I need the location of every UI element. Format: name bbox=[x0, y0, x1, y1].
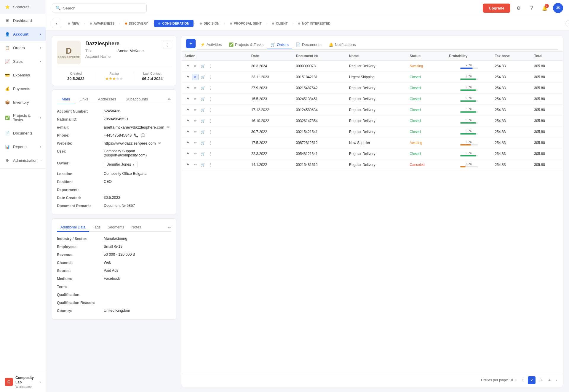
back-button[interactable]: ‹ bbox=[52, 19, 61, 28]
help-icon[interactable]: ? bbox=[527, 3, 536, 13]
page-2-button[interactable]: 2 bbox=[528, 376, 536, 384]
more-icon[interactable]: ⋮ bbox=[207, 161, 214, 168]
chat-icon[interactable]: 💬 bbox=[141, 133, 145, 137]
sidebar-item-sales[interactable]: 📈 Sales › bbox=[0, 55, 46, 68]
email-icon[interactable]: ✉ bbox=[167, 125, 170, 129]
flag-icon[interactable]: ⚑ bbox=[184, 85, 191, 91]
email-icon[interactable]: ✉ bbox=[158, 141, 161, 145]
account-menu-button[interactable]: ⋮ bbox=[163, 41, 171, 49]
flag-icon[interactable]: ⚑ bbox=[184, 96, 191, 102]
flag-icon[interactable]: ⚑ bbox=[184, 118, 191, 124]
upgrade-button[interactable]: Upgrade bbox=[483, 4, 510, 13]
more-icon[interactable]: ⋮ bbox=[207, 63, 214, 69]
pipeline-stage-consideration[interactable]: CONSIDERATION bbox=[154, 20, 193, 27]
edit-icon[interactable]: ✏ bbox=[192, 118, 199, 124]
cart-icon[interactable]: 🛒 bbox=[200, 151, 206, 157]
owner-select[interactable]: Jennifer Jones▾ bbox=[104, 161, 138, 168]
flag-icon[interactable]: ⚑ bbox=[184, 74, 191, 80]
edit-icon[interactable]: ✏ bbox=[192, 96, 199, 102]
sidebar-item-account[interactable]: 👤 Account › bbox=[0, 27, 46, 41]
search-box[interactable]: 🔍 bbox=[52, 4, 147, 12]
more-icon[interactable]: ⋮ bbox=[207, 140, 214, 146]
additional-tab-notes[interactable]: Notes bbox=[128, 223, 145, 232]
additional-tab-additional[interactable]: Additional Data bbox=[57, 223, 89, 232]
cart-icon[interactable]: 🛒 bbox=[200, 107, 206, 113]
main-tab-links[interactable]: Links bbox=[75, 95, 93, 104]
main-tab-addresses[interactable]: Addresses bbox=[93, 95, 121, 104]
sidebar-item-projects[interactable]: ✅ Projects & Tasks › bbox=[0, 109, 46, 126]
more-icon[interactable]: ⋮ bbox=[207, 96, 214, 102]
sidebar-item-expenses[interactable]: 💳 Expenses bbox=[0, 68, 46, 82]
edit-icon[interactable]: ✏ bbox=[192, 74, 199, 80]
right-tab-projects[interactable]: ✅Projects & Tasks bbox=[225, 41, 267, 49]
flag-icon[interactable]: ⚑ bbox=[184, 140, 191, 146]
right-tab-notifications[interactable]: 🔔Notifications bbox=[325, 41, 359, 49]
notifications-icon[interactable]: 🔔 3 bbox=[540, 3, 549, 13]
pipeline-stage-discovery[interactable]: DISCOVERY bbox=[121, 20, 152, 27]
edit-icon[interactable]: ✏ bbox=[192, 129, 199, 135]
cart-icon[interactable]: 🛒 bbox=[200, 118, 206, 124]
flag-icon[interactable]: ⚑ bbox=[184, 161, 191, 168]
more-icon[interactable]: ⋮ bbox=[207, 118, 214, 124]
pipeline-stage-decision[interactable]: DECISION bbox=[196, 20, 223, 27]
date-cell: 17.12.2022 bbox=[248, 105, 293, 116]
search-input[interactable] bbox=[63, 6, 143, 10]
page-1-button[interactable]: 1 bbox=[519, 376, 527, 384]
more-icon[interactable]: ⋮ bbox=[207, 129, 214, 135]
cart-icon[interactable]: 🛒 bbox=[200, 161, 206, 168]
edit-icon[interactable]: ✏ bbox=[192, 140, 199, 146]
edit-icon[interactable]: ✏ bbox=[192, 161, 199, 168]
cart-icon[interactable]: 🛒 bbox=[200, 63, 206, 69]
flag-icon[interactable]: ⚑ bbox=[184, 151, 191, 157]
document-cell: 00245138451 bbox=[293, 94, 346, 105]
flag-icon[interactable]: ⚑ bbox=[184, 107, 191, 113]
additional-tab-segments[interactable]: Segments bbox=[104, 223, 128, 232]
settings-icon[interactable]: ⚙ bbox=[514, 3, 523, 13]
additional-tab-tags[interactable]: Tags bbox=[89, 223, 104, 232]
right-tab-documents[interactable]: 📄Documents bbox=[292, 41, 325, 49]
cart-icon[interactable]: 🛒 bbox=[200, 74, 206, 80]
edit-icon[interactable]: ✏ bbox=[192, 63, 199, 69]
more-icon[interactable]: ⋮ bbox=[207, 151, 214, 157]
phone-icon[interactable]: 📞 bbox=[134, 133, 138, 137]
pipeline-stage-new[interactable]: NEW bbox=[64, 20, 84, 27]
additional-edit-icon[interactable]: ✏ bbox=[168, 225, 171, 230]
edit-icon[interactable]: ✏ bbox=[192, 85, 199, 91]
sidebar-item-shortcuts[interactable]: ⭐ Shortcuts bbox=[0, 0, 46, 14]
cart-icon[interactable]: 🛒 bbox=[200, 129, 206, 135]
sidebar-item-orders[interactable]: 📋 Orders › bbox=[0, 41, 46, 55]
cart-icon[interactable]: 🛒 bbox=[200, 140, 206, 146]
pipeline-stage-client[interactable]: CLIENT bbox=[268, 20, 292, 27]
cart-icon[interactable]: 🛒 bbox=[200, 96, 206, 102]
next-page-button[interactable]: › bbox=[554, 377, 558, 383]
pipeline-stage-not_interested[interactable]: NOT INTERESTED bbox=[294, 20, 335, 27]
sidebar-item-dashboard[interactable]: ⊞ Dashboard bbox=[0, 14, 46, 27]
user-avatar[interactable]: JS bbox=[553, 3, 563, 13]
sidebar-item-inventory[interactable]: 📦 Inventory bbox=[0, 95, 46, 109]
sidebar-footer[interactable]: C Composity Lab Workspace ▾ bbox=[0, 372, 46, 392]
sidebar-item-documents[interactable]: 📄 Documents bbox=[0, 126, 46, 140]
pipeline-stage-proposal[interactable]: PROPOSAL SENT bbox=[226, 20, 266, 27]
edit-icon[interactable]: ✏ bbox=[192, 151, 199, 157]
flag-icon[interactable]: ⚑ bbox=[184, 63, 191, 69]
right-tab-activities[interactable]: ⚡Activities bbox=[197, 41, 225, 49]
main-tab-main[interactable]: Main bbox=[57, 95, 75, 104]
more-icon[interactable]: ⋮ bbox=[207, 74, 214, 80]
sidebar-icon-dashboard: ⊞ bbox=[5, 18, 10, 23]
page-3-button[interactable]: 3 bbox=[537, 376, 544, 384]
sidebar-item-reports[interactable]: 📊 Reports › bbox=[0, 140, 46, 153]
flag-icon[interactable]: ⚑ bbox=[184, 129, 191, 135]
add-button[interactable]: + bbox=[186, 39, 196, 48]
sidebar-item-administration[interactable]: ⚙ Administration › bbox=[0, 153, 46, 167]
more-icon[interactable]: ⋮ bbox=[207, 107, 214, 113]
sidebar-item-payments[interactable]: 💰 Payments bbox=[0, 82, 46, 95]
page-4-button[interactable]: 4 bbox=[546, 376, 553, 384]
pipeline-stage-awareness[interactable]: AWARENESS bbox=[86, 20, 119, 27]
main-tab-subaccounts[interactable]: Subaccounts bbox=[121, 95, 153, 104]
prev-page-button[interactable]: ‹ bbox=[514, 377, 518, 383]
more-icon[interactable]: ⋮ bbox=[207, 85, 214, 91]
right-tab-orders[interactable]: 🛒Orders bbox=[267, 41, 292, 49]
main-tab-edit-icon[interactable]: ✏ bbox=[168, 97, 171, 102]
cart-icon[interactable]: 🛒 bbox=[200, 85, 206, 91]
edit-icon[interactable]: ✏ bbox=[192, 107, 199, 113]
